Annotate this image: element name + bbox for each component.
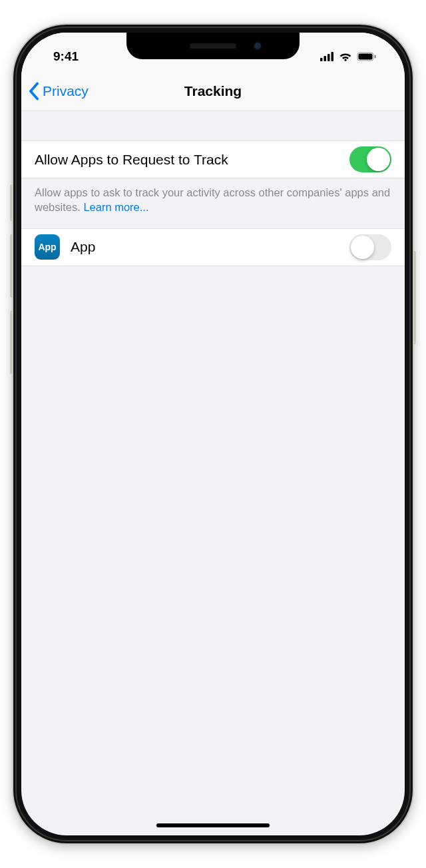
- allow-tracking-label: Allow Apps to Request to Track: [35, 152, 349, 168]
- speaker-grille: [190, 43, 236, 49]
- front-camera: [253, 41, 262, 51]
- svg-rect-1: [324, 56, 327, 61]
- learn-more-link[interactable]: Learn more...: [83, 201, 148, 213]
- status-icons: [320, 52, 377, 61]
- wifi-icon: [339, 52, 352, 61]
- power-button: [413, 251, 416, 344]
- battery-icon: [357, 52, 377, 61]
- app-icon: App: [35, 234, 60, 260]
- app-tracking-toggle[interactable]: [349, 234, 391, 260]
- navigation-bar: Privacy Tracking: [21, 71, 405, 111]
- apps-list: AppApp: [21, 228, 405, 266]
- volume-down-button: [10, 311, 13, 374]
- back-button-label: Privacy: [43, 83, 89, 99]
- svg-rect-7: [375, 55, 376, 59]
- screen: 9:41: [21, 33, 405, 835]
- page-title: Tracking: [184, 83, 242, 99]
- app-cell: AppApp: [21, 228, 405, 266]
- cellular-icon: [320, 52, 334, 61]
- svg-rect-6: [359, 54, 373, 60]
- allow-tracking-toggle[interactable]: [349, 146, 391, 172]
- allow-tracking-footer: Allow apps to ask to track your activity…: [21, 178, 405, 228]
- app-name-label: App: [71, 239, 349, 255]
- mute-switch: [10, 184, 13, 221]
- svg-rect-2: [327, 54, 330, 61]
- content-area: Allow Apps to Request to Track Allow app…: [21, 111, 405, 266]
- back-button[interactable]: Privacy: [28, 82, 89, 101]
- status-time: 9:41: [53, 49, 79, 64]
- svg-point-4: [344, 59, 346, 61]
- chevron-left-icon: [28, 82, 40, 101]
- home-indicator[interactable]: [156, 823, 270, 827]
- allow-tracking-cell: Allow Apps to Request to Track: [21, 140, 405, 178]
- svg-rect-0: [320, 58, 323, 61]
- svg-rect-3: [331, 52, 334, 61]
- device-frame: 9:41: [13, 25, 413, 843]
- volume-up-button: [10, 234, 13, 298]
- notch: [126, 33, 300, 59]
